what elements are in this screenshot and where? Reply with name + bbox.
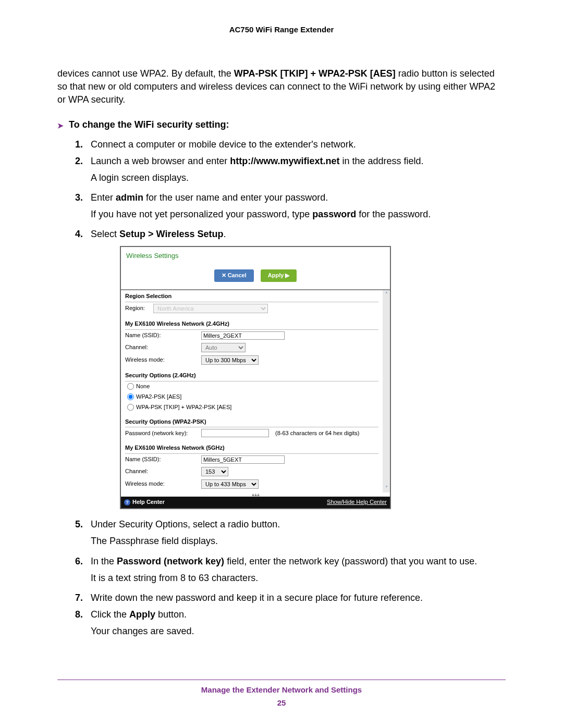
password-input[interactable] — [201, 429, 269, 437]
step-3: 3. Enter admin for the user name and ent… — [75, 191, 506, 224]
region-label: Region: — [125, 304, 150, 313]
step-text: button. — [155, 609, 187, 620]
step-subtext: It is a text string from 8 to 63 charact… — [91, 571, 506, 585]
step-bold: http://www.mywifiext.net — [230, 156, 339, 166]
step-4: 4. Select Setup > Wireless Setup. Wirele… — [75, 227, 506, 514]
step-8: 8. Click the Apply button. Your changes … — [75, 608, 506, 641]
step-text: . — [223, 229, 226, 239]
scrollbar[interactable]: ˄ ˅ — [383, 289, 390, 493]
step-text: field, enter the network key (password) … — [224, 556, 477, 566]
step-text: Connect a computer or mobile device to t… — [91, 138, 506, 151]
footer-page-number: 25 — [57, 698, 506, 707]
step-text: Write down the new password and keep it … — [91, 591, 506, 604]
step-text: in the address field. — [340, 156, 424, 166]
step-bold: admin — [116, 192, 143, 203]
ssid-label: Name (SSID): — [125, 455, 198, 464]
security-none-radio[interactable] — [127, 383, 134, 390]
ssid-24-input[interactable] — [201, 331, 285, 340]
step-6: 6. In the Password (network key) field, … — [75, 554, 506, 588]
heading-text: To change the WiFi security setting: — [69, 119, 229, 130]
intro-paragraph: devices cannot use WPA2. By default, the… — [57, 67, 506, 107]
radio-label: WPA2-PSK [AES] — [136, 393, 181, 401]
network-24-heading: My EX6100 Wireless Network (2.4GHz) — [125, 320, 378, 330]
scroll-down-icon[interactable]: ˅ — [385, 485, 388, 492]
step-bold: Setup > Wireless Setup — [119, 229, 223, 239]
mode-label: Wireless mode: — [125, 356, 198, 364]
mode-5-select[interactable]: Up to 433 Mbps — [201, 479, 259, 489]
step-7: 7. Write down the new password and keep … — [75, 591, 506, 604]
step-number: 3. — [75, 191, 87, 224]
step-number: 1. — [75, 138, 87, 151]
step-1: 1. Connect a computer or mobile device t… — [75, 138, 506, 151]
password-label: Password (network key): — [125, 429, 198, 438]
step-subtext: If you have not yet personalized your pa… — [91, 209, 312, 219]
security-24-heading: Security Options (2.4GHz) — [125, 372, 378, 381]
security-wpa2-radio[interactable] — [127, 393, 134, 400]
wireless-settings-screenshot: Wireless Settings ✕ Cancel Apply ▶ Regio… — [120, 246, 391, 509]
network-5-heading: My EX6100 Wireless Network (5GHz) — [125, 444, 378, 454]
step-2: 2. Launch a web browser and enter http:/… — [75, 154, 506, 188]
channel-5-select[interactable]: 153 — [201, 467, 228, 476]
apply-button[interactable]: Apply ▶ — [261, 269, 297, 282]
step-text: Select — [91, 229, 119, 239]
step-subtext: Your changes are saved. — [91, 624, 506, 638]
radio-label: WPA-PSK [TKIP] + WPA2-PSK [AES] — [136, 403, 231, 412]
ssid-5-input[interactable] — [201, 455, 285, 464]
security-wpa2psk-heading: Security Options (WPA2-PSK) — [125, 418, 378, 428]
region-selection-heading: Region Selection — [125, 292, 378, 302]
step-text: Under Security Options, select a radio b… — [91, 519, 280, 529]
step-subtext: The Passphrase field displays. — [91, 534, 506, 548]
region-select[interactable]: North America — [153, 304, 268, 313]
step-5: 5. Under Security Options, select a radi… — [75, 517, 506, 551]
step-number: 5. — [75, 517, 87, 551]
show-hide-help-link[interactable]: Show/Hide Help Center — [327, 498, 387, 507]
step-number: 7. — [75, 591, 87, 604]
help-center-text: Help Center — [132, 498, 165, 507]
arrow-right-icon: ➤ — [57, 121, 64, 130]
footer-chapter: Manage the Extender Network and Settings — [57, 685, 506, 694]
security-mixed-radio[interactable] — [127, 404, 134, 411]
step-number: 2. — [75, 154, 87, 188]
ssid-label: Name (SSID): — [125, 331, 198, 340]
step-bold: Apply — [129, 609, 155, 620]
scroll-up-icon[interactable]: ˄ — [385, 291, 388, 299]
step-bold: password — [312, 209, 356, 219]
step-number: 8. — [75, 608, 87, 641]
resize-handle-icon: ▴▴▴ — [121, 492, 390, 497]
password-hint: (8-63 characters or 64 hex digits) — [275, 429, 359, 438]
mode-24-select[interactable]: Up to 300 Mbps — [201, 355, 259, 365]
step-subtext: A login screen displays. — [91, 171, 506, 184]
doc-header: AC750 WiFi Range Extender — [57, 25, 506, 34]
step-bold: Password (network key) — [117, 556, 224, 566]
cancel-button[interactable]: ✕ Cancel — [214, 269, 254, 282]
step-subtext: for the password. — [356, 209, 431, 219]
intro-prefix: devices cannot use WPA2. By default, the — [57, 68, 234, 79]
step-number: 6. — [75, 554, 87, 588]
step-text: Click the — [91, 609, 129, 620]
channel-label: Channel: — [125, 467, 198, 476]
channel-24-select[interactable]: Auto — [201, 343, 246, 352]
intro-bold: WPA-PSK [TKIP] + WPA2-PSK [AES] — [234, 68, 396, 79]
radio-label: None — [136, 382, 150, 391]
help-center-link[interactable]: ? Help Center — [124, 498, 165, 507]
step-number: 4. — [75, 227, 87, 514]
channel-label: Channel: — [125, 343, 198, 352]
procedure-heading: ➤ To change the WiFi security setting: — [57, 119, 506, 130]
step-text: In the — [91, 556, 117, 566]
mode-label: Wireless mode: — [125, 480, 198, 488]
step-text: Launch a web browser and enter — [91, 156, 230, 166]
step-text: for the user name and enter your passwor… — [143, 192, 328, 203]
question-icon: ? — [124, 499, 130, 505]
step-text: Enter — [91, 192, 116, 203]
panel-title: Wireless Settings — [121, 247, 390, 267]
page-footer: Manage the Extender Network and Settings… — [57, 680, 506, 707]
